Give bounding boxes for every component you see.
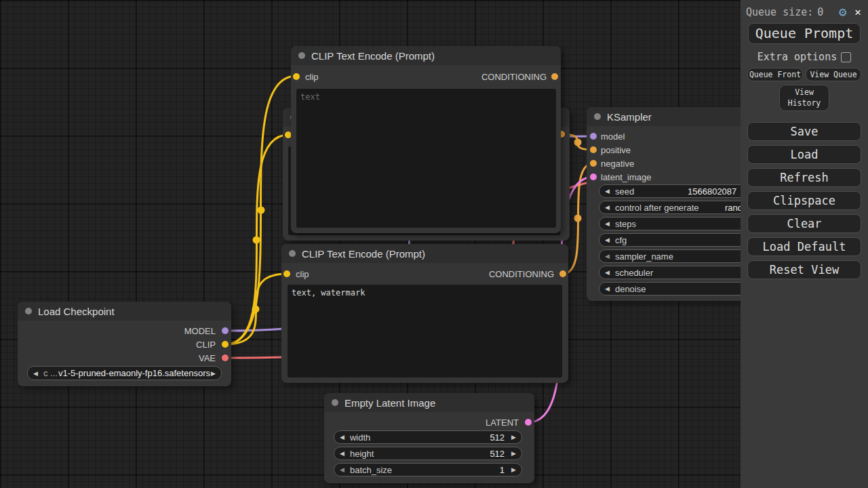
link-midpoint-dot xyxy=(258,207,265,214)
output-port-latent[interactable] xyxy=(525,419,532,426)
input-slot-label: model xyxy=(601,129,625,143)
prev-option-arrow-icon[interactable]: ◀ xyxy=(33,370,38,377)
output-slot-label: MODEL xyxy=(184,324,216,338)
save-button[interactable]: Save xyxy=(747,122,861,141)
output-port-vae[interactable] xyxy=(222,354,229,361)
widget-label: cfg xyxy=(615,235,627,245)
widget-batch-size[interactable]: ◀ batch_size 1 ▶ xyxy=(334,463,522,476)
input-port-clip[interactable] xyxy=(283,270,290,277)
load-button[interactable]: Load xyxy=(747,145,861,164)
node-titlebar[interactable]: Load Checkpoint xyxy=(18,302,231,321)
node-titlebar[interactable]: Empty Latent Image xyxy=(324,393,534,412)
queue-size-label: Queue size: xyxy=(746,6,813,18)
next-option-arrow-icon[interactable]: ▶ xyxy=(211,370,216,377)
widget-value: 1566802087 xyxy=(688,186,736,197)
input-port-positive[interactable] xyxy=(590,146,597,153)
widget-label: seed xyxy=(615,186,634,197)
widget-label: height xyxy=(350,449,374,459)
node-titlebar[interactable]: CLIP Text Encode (Prompt) xyxy=(291,46,561,65)
load-default-button[interactable]: Load Default xyxy=(747,237,861,256)
increment-arrow-icon[interactable]: ▶ xyxy=(511,450,516,457)
node-title: KSampler xyxy=(607,111,652,123)
input-slot-label: negative xyxy=(601,157,634,170)
node-title: CLIP Text Encode (Prompt) xyxy=(311,50,435,62)
widget-width[interactable]: ◀ width 512 ▶ xyxy=(334,430,522,444)
view-history-button[interactable]: View History xyxy=(779,85,829,111)
output-slot-label: CLIP xyxy=(196,338,216,351)
output-port-conditioning[interactable] xyxy=(551,73,558,80)
comfy-menu: Queue size: 0 ⚙ ✕ Queue Prompt Extra opt… xyxy=(741,0,868,488)
node-clip-text-encode-top[interactable]: CLIP Text Encode (Prompt) clip CONDITION… xyxy=(291,46,561,233)
widget-label: steps xyxy=(615,219,636,229)
widget-label: c ... xyxy=(43,368,58,378)
input-port-clip[interactable] xyxy=(293,73,300,80)
decrement-arrow-icon[interactable]: ◀ xyxy=(605,237,610,243)
decrement-arrow-icon[interactable]: ◀ xyxy=(340,466,344,473)
widget-value: v1-5-pruned-emaonly-fp16.safetensors xyxy=(58,368,211,378)
widget-value: 512 xyxy=(490,432,505,443)
output-port-clip[interactable] xyxy=(222,341,229,348)
node-status-dot xyxy=(25,308,32,314)
node-clip-text-encode-bottom[interactable]: CLIP Text Encode (Prompt) clip CONDITION… xyxy=(281,244,568,383)
input-slot-label: clip xyxy=(296,267,309,281)
clear-button[interactable]: Clear xyxy=(747,214,861,233)
node-status-dot xyxy=(298,52,305,59)
link-midpoint-dot xyxy=(253,237,260,244)
settings-gear-icon[interactable]: ⚙ xyxy=(839,5,846,18)
close-menu-icon[interactable]: ✕ xyxy=(854,5,861,18)
widget-ckpt-name[interactable]: ◀ c ... v1-5-pruned-emaonly-fp16.safeten… xyxy=(27,366,222,380)
node-empty-latent-image[interactable]: Empty Latent Image LATENT ◀ width 512 ▶ … xyxy=(324,393,534,483)
output-slot-label: VAE xyxy=(199,351,216,365)
queue-front-button[interactable]: Queue Front xyxy=(747,68,803,81)
input-port-negative[interactable] xyxy=(590,160,597,167)
prev-option-arrow-icon[interactable]: ◀ xyxy=(605,253,610,260)
widget-height[interactable]: ◀ height 512 ▶ xyxy=(334,447,522,460)
output-slot-label: LATENT xyxy=(486,415,519,429)
prompt-textarea[interactable]: text, watermark xyxy=(288,285,562,378)
node-load-checkpoint[interactable]: Load Checkpoint MODEL CLIP VAE ◀ c ... v… xyxy=(18,302,231,386)
node-status-dot xyxy=(332,399,338,406)
output-port-conditioning[interactable] xyxy=(559,270,566,277)
widget-value: 512 xyxy=(490,449,505,459)
output-slot-label: CONDITIONING xyxy=(489,267,554,281)
link-midpoint-dot xyxy=(252,306,260,313)
input-slot-label: positive xyxy=(601,143,631,157)
node-title: CLIP Text Encode (Prompt) xyxy=(302,248,425,260)
refresh-button[interactable]: Refresh xyxy=(747,168,861,187)
node-status-dot xyxy=(594,113,601,120)
node-title: Empty Latent Image xyxy=(344,397,435,409)
increment-arrow-icon[interactable]: ▶ xyxy=(511,434,516,441)
extra-options-label: Extra options xyxy=(757,51,837,63)
input-port-latent-image[interactable] xyxy=(590,174,597,180)
prompt-textarea[interactable]: text xyxy=(296,89,556,228)
widget-value: 1 xyxy=(500,465,505,475)
widget-label: batch_size xyxy=(350,465,392,475)
widget-label: control after generate xyxy=(615,203,699,213)
decrement-arrow-icon[interactable]: ◀ xyxy=(340,450,344,457)
queue-prompt-button[interactable]: Queue Prompt xyxy=(748,23,861,44)
node-graph-canvas[interactable]: be bo CLIP Text Encode (Prompt) clip CON… xyxy=(0,0,868,488)
widget-label: denoise xyxy=(615,284,646,294)
prev-option-arrow-icon[interactable]: ◀ xyxy=(605,204,610,211)
link-midpoint-dot xyxy=(574,139,582,146)
extra-options-checkbox[interactable] xyxy=(841,52,851,62)
queue-size-value: 0 xyxy=(817,6,823,18)
decrement-arrow-icon[interactable]: ◀ xyxy=(605,188,610,195)
input-slot-label: clip xyxy=(305,70,319,83)
prev-option-arrow-icon[interactable]: ◀ xyxy=(605,269,610,276)
output-port-model[interactable] xyxy=(222,327,229,334)
link-midpoint-dot xyxy=(574,215,582,222)
reset-view-button[interactable]: Reset View xyxy=(747,260,861,279)
decrement-arrow-icon[interactable]: ◀ xyxy=(605,285,610,292)
clipspace-button[interactable]: Clipspace xyxy=(747,191,861,210)
node-title: Load Checkpoint xyxy=(38,306,115,317)
decrement-arrow-icon[interactable]: ◀ xyxy=(605,220,610,227)
input-port-model[interactable] xyxy=(590,133,597,140)
node-titlebar[interactable]: CLIP Text Encode (Prompt) xyxy=(281,244,568,263)
widget-label: sampler_name xyxy=(615,251,673,262)
input-slot-label: latent_image xyxy=(601,170,651,184)
widget-label: width xyxy=(350,432,370,443)
increment-arrow-icon[interactable]: ▶ xyxy=(511,466,516,473)
view-queue-button[interactable]: View Queue xyxy=(806,68,861,81)
decrement-arrow-icon[interactable]: ◀ xyxy=(340,434,344,441)
